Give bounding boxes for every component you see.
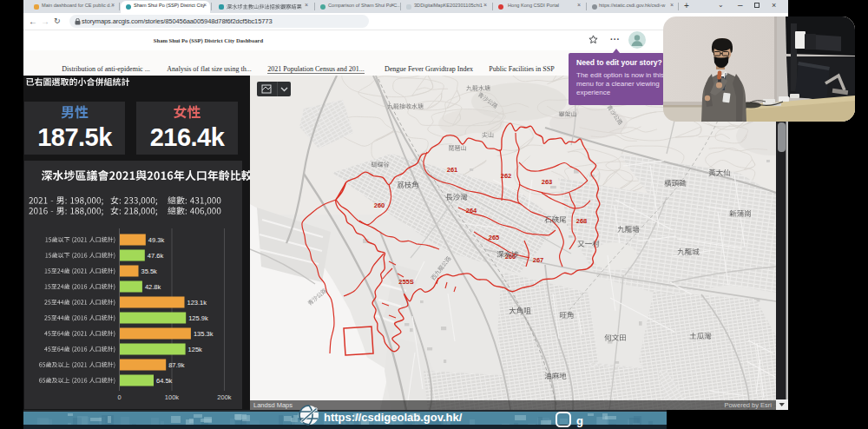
svg-text:Powered by Esri: Powered by Esri	[724, 401, 772, 409]
svg-text:125k: 125k	[188, 346, 203, 353]
svg-text:0: 0	[117, 393, 121, 401]
svg-text:263: 263	[542, 178, 553, 186]
svg-text:experience: experience	[576, 89, 611, 96]
svg-text:268: 268	[576, 217, 588, 225]
svg-text:200k: 200k	[217, 393, 232, 401]
svg-text:265: 265	[489, 234, 500, 241]
svg-text:Landsd Maps: Landsd Maps	[253, 401, 293, 409]
svg-text:262: 262	[501, 172, 512, 180]
svg-text:Need to edit your story?: Need to edit your story?	[576, 58, 662, 67]
svg-text:87.9k: 87.9k	[168, 361, 185, 369]
svg-text:135.3k: 135.3k	[194, 330, 214, 338]
svg-text:125.9k: 125.9k	[188, 314, 208, 322]
svg-text:255S: 255S	[398, 278, 414, 286]
svg-text:g: g	[576, 414, 583, 427]
svg-text:261: 261	[447, 166, 458, 174]
svg-text:267: 267	[533, 256, 544, 264]
svg-text:100k: 100k	[165, 393, 180, 401]
svg-text:The edit option is now in this: The edit option is now in this	[576, 71, 664, 79]
svg-text:64.5k: 64.5k	[156, 377, 173, 385]
svg-text:260: 260	[374, 201, 385, 209]
svg-text:42.8k: 42.8k	[145, 283, 161, 291]
svg-text:49.3k: 49.3k	[148, 236, 165, 244]
svg-text:47.6k: 47.6k	[148, 252, 164, 260]
svg-text:123.1k: 123.1k	[187, 299, 207, 307]
svg-text:menu for a cleaner viewing: menu for a cleaner viewing	[576, 80, 660, 88]
svg-text:264: 264	[466, 207, 477, 214]
svg-text:35.5k: 35.5k	[141, 267, 158, 275]
